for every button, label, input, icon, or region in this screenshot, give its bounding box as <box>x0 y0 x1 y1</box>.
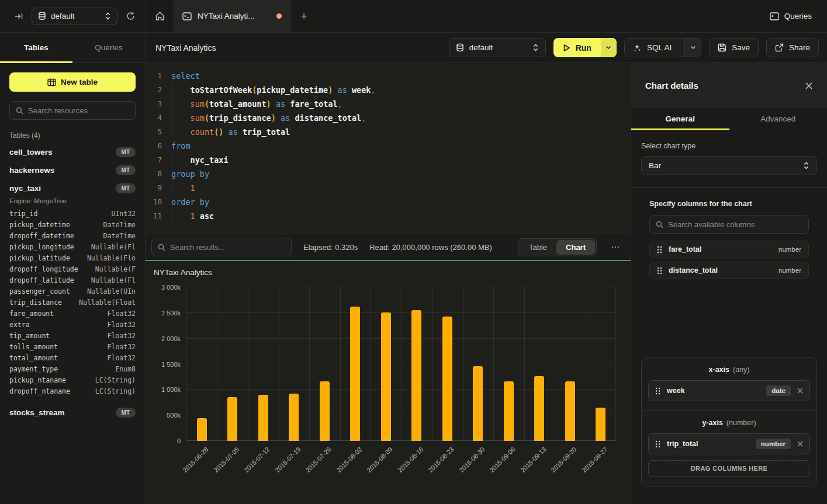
line-number: 4 <box>146 111 171 125</box>
save-button[interactable]: Save <box>709 38 759 57</box>
chart-details-panel: Chart details General Advanced Select ch… <box>631 63 827 504</box>
queries-button[interactable]: Queries <box>770 12 812 20</box>
column-type: Nullable(UIn <box>87 287 136 296</box>
tables-list: cell_towersMThackernewsMTnyc_taxiMTEngin… <box>0 143 145 504</box>
column-type: DateTime <box>103 232 136 240</box>
column-row: dropoff_ntanameLC(String) <box>0 385 145 397</box>
view-toggle: Table Chart <box>518 238 597 256</box>
drag-handle-icon[interactable] <box>657 267 662 274</box>
tab-general[interactable]: General <box>631 108 729 130</box>
results-toolbar: Elapsed: 0.320s Read: 20,000,000 rows (2… <box>146 234 631 260</box>
sql-ai-caret[interactable] <box>684 39 701 57</box>
table-engine-label: Engine: MergeTree <box>0 197 145 208</box>
queries-button-label: Queries <box>784 12 812 20</box>
column-row: dropoff_latitudeNullable(Fl <box>0 274 145 286</box>
code-line: 11 1 asc <box>146 209 631 223</box>
elapsed-stat: Elapsed: 0.320s <box>303 243 358 252</box>
code-line: 10order by <box>146 195 631 209</box>
table-row[interactable]: stocks_streamMT <box>0 404 145 422</box>
remove-y-axis-column-button[interactable] <box>797 441 803 447</box>
column-type: DateTime <box>103 221 136 229</box>
code-text: toStartOfWeek(pickup_datetime) as week, <box>171 83 376 97</box>
column-name: dropoff_ntaname <box>9 387 95 395</box>
available-column-chip[interactable]: distance_totalnumber <box>649 262 809 279</box>
y-axis-column-name: trip_total <box>667 440 749 448</box>
home-button[interactable] <box>146 0 174 32</box>
results-search-input[interactable] <box>170 243 285 252</box>
home-icon <box>155 11 165 21</box>
sidebar-tab-tables[interactable]: Tables <box>0 33 72 62</box>
database-icon <box>456 43 464 52</box>
toolbar-database-selector[interactable]: default <box>449 38 546 57</box>
code-text: sum(trip_distance) as distance_total, <box>171 111 366 125</box>
columns-search[interactable] <box>649 215 809 234</box>
query-tab[interactable]: NYTaxi Analyti... <box>174 0 290 32</box>
column-name: total_amount <box>9 354 108 362</box>
run-button[interactable]: Run <box>553 38 617 57</box>
code-text: group by <box>171 167 209 181</box>
drag-handle-icon[interactable] <box>657 246 662 253</box>
drag-columns-drop-zone[interactable]: DRAG COLUMNS HERE <box>648 460 810 477</box>
remove-x-axis-column-button[interactable] <box>797 388 803 394</box>
chart-type-select[interactable]: Bar <box>641 156 817 175</box>
column-row: extraFloat32 <box>0 319 145 330</box>
available-column-chip[interactable]: fare_totalnumber <box>649 241 809 258</box>
sidebar-tab-queries[interactable]: Queries <box>72 33 145 62</box>
run-options-caret[interactable] <box>601 38 617 57</box>
y-axis-column-item[interactable]: trip_total number <box>648 433 810 454</box>
chart-type-label: Select chart type <box>641 142 817 150</box>
drag-handle-icon[interactable] <box>655 387 660 395</box>
sidebar-search[interactable] <box>9 101 136 120</box>
column-type: LC(String) <box>95 376 136 384</box>
code-line: 4 sum(trip_distance) as distance_total, <box>146 111 631 125</box>
code-text: 1 <box>171 181 195 195</box>
column-row: pickup_ntanameLC(String) <box>0 374 145 385</box>
column-type: UInt32 <box>111 210 136 218</box>
column-row: trip_distanceNullable(Float <box>0 297 145 308</box>
line-number: 3 <box>146 97 171 111</box>
view-toggle-table[interactable]: Table <box>520 240 556 255</box>
new-table-button[interactable]: New table <box>9 72 136 92</box>
share-button[interactable]: Share <box>766 38 819 57</box>
code-line: 1select <box>146 69 631 83</box>
sql-ai-button[interactable]: SQL AI <box>624 38 701 57</box>
code-text: sum(total_amount) as fare_total, <box>171 97 342 111</box>
bar-chart-plot: 0500k1 000k1 500k2 000k2 500k3 000k2015-… <box>186 287 616 441</box>
columns-search-input[interactable] <box>668 220 802 229</box>
x-axis-column-item[interactable]: week date <box>648 380 810 401</box>
sidebar-search-input[interactable] <box>28 106 129 115</box>
code-line: 9 1 <box>146 181 631 195</box>
line-number: 10 <box>146 195 171 209</box>
terminal-icon <box>182 12 192 20</box>
table-grid-icon <box>47 78 56 86</box>
code-line: 2 toStartOfWeek(pickup_datetime) as week… <box>146 83 631 97</box>
gridline <box>402 287 402 441</box>
code-text: order by <box>171 195 209 209</box>
sidebar-collapse-button[interactable] <box>12 9 26 23</box>
y-axis-section: y-axis(number) trip_total number <box>642 411 816 486</box>
database-selector[interactable]: default <box>32 8 117 25</box>
sql-editor[interactable]: 1select2 toStartOfWeek(pickup_datetime) … <box>146 63 631 234</box>
results-search[interactable] <box>151 238 292 256</box>
view-toggle-chart[interactable]: Chart <box>556 240 595 255</box>
x-axis-hint: (any) <box>733 366 749 374</box>
gridline <box>340 287 341 441</box>
drag-handle-icon[interactable] <box>655 440 660 448</box>
divider <box>631 187 827 188</box>
table-row[interactable]: cell_towersMT <box>0 143 145 161</box>
refresh-button[interactable] <box>123 9 138 23</box>
share-button-label: Share <box>789 43 810 52</box>
gridline <box>524 287 525 441</box>
line-number: 11 <box>146 209 171 223</box>
column-type: Nullable(Fl <box>91 243 136 251</box>
table-row[interactable]: nyc_taxiMT <box>0 179 145 197</box>
table-row[interactable]: hackernewsMT <box>0 161 145 179</box>
y-tick-label: 0 <box>177 437 181 444</box>
new-tab-button[interactable]: + <box>290 0 317 32</box>
save-button-label: Save <box>732 43 750 52</box>
gridline <box>586 287 586 441</box>
column-name: tolls_amount <box>9 343 108 351</box>
results-more-button[interactable]: ⋯ <box>608 242 622 252</box>
tab-advanced[interactable]: Advanced <box>729 108 827 130</box>
close-panel-button[interactable] <box>805 82 813 90</box>
